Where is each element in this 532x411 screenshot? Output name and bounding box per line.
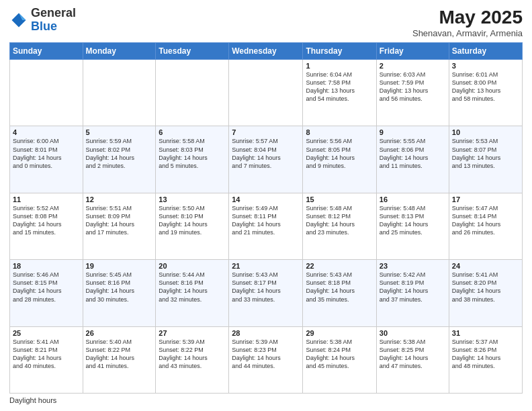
- day-number: 26: [86, 329, 153, 337]
- calendar-table: SundayMondayTuesdayWednesdayThursdayFrid…: [9, 42, 523, 394]
- calendar-cell: 5Sunrise: 5:59 AM Sunset: 8:02 PM Daylig…: [83, 126, 156, 193]
- day-info: Sunrise: 6:03 AM Sunset: 7:59 PM Dayligh…: [380, 71, 446, 103]
- day-info: Sunrise: 6:01 AM Sunset: 8:00 PM Dayligh…: [452, 71, 519, 103]
- day-number: 20: [159, 262, 226, 270]
- calendar-cell: 13Sunrise: 5:50 AM Sunset: 8:10 PM Dayli…: [156, 193, 229, 259]
- calendar-cell: 2Sunrise: 6:03 AM Sunset: 7:59 PM Daylig…: [376, 60, 449, 126]
- day-number: 9: [380, 128, 446, 136]
- day-info: Sunrise: 5:46 AM Sunset: 8:15 PM Dayligh…: [13, 271, 80, 304]
- day-info: Sunrise: 5:49 AM Sunset: 8:11 PM Dayligh…: [232, 204, 300, 237]
- day-info: Sunrise: 5:53 AM Sunset: 8:07 PM Dayligh…: [452, 137, 519, 170]
- calendar-cell: 12Sunrise: 5:51 AM Sunset: 8:09 PM Dayli…: [83, 193, 156, 259]
- day-number: 13: [159, 195, 226, 203]
- header-day-wednesday: Wednesday: [229, 43, 303, 60]
- day-number: 30: [380, 329, 446, 337]
- calendar-cell: 14Sunrise: 5:49 AM Sunset: 8:11 PM Dayli…: [229, 193, 303, 259]
- calendar-cell: [229, 60, 303, 126]
- calendar-cell: 8Sunrise: 5:56 AM Sunset: 8:05 PM Daylig…: [303, 126, 376, 193]
- day-number: 25: [13, 329, 80, 337]
- calendar-cell: 23Sunrise: 5:42 AM Sunset: 8:19 PM Dayli…: [376, 260, 449, 326]
- day-number: 6: [159, 128, 226, 136]
- calendar-week-4: 18Sunrise: 5:46 AM Sunset: 8:15 PM Dayli…: [10, 260, 523, 326]
- calendar-cell: 4Sunrise: 6:00 AM Sunset: 8:01 PM Daylig…: [10, 126, 83, 193]
- footer: Daylight hours: [9, 396, 523, 404]
- day-number: 12: [86, 195, 153, 203]
- logo-general-text: General: [31, 6, 76, 19]
- day-number: 29: [306, 329, 373, 337]
- day-info: Sunrise: 6:00 AM Sunset: 8:01 PM Dayligh…: [13, 137, 80, 170]
- calendar-cell: 22Sunrise: 5:43 AM Sunset: 8:18 PM Dayli…: [303, 260, 376, 326]
- day-info: Sunrise: 5:39 AM Sunset: 8:22 PM Dayligh…: [159, 338, 226, 371]
- calendar-cell: 20Sunrise: 5:44 AM Sunset: 8:16 PM Dayli…: [156, 260, 229, 326]
- calendar-cell: 24Sunrise: 5:41 AM Sunset: 8:20 PM Dayli…: [449, 260, 522, 326]
- day-number: 14: [232, 195, 300, 203]
- day-info: Sunrise: 5:57 AM Sunset: 8:04 PM Dayligh…: [232, 137, 300, 170]
- day-info: Sunrise: 5:38 AM Sunset: 8:24 PM Dayligh…: [306, 338, 373, 371]
- calendar-cell: 7Sunrise: 5:57 AM Sunset: 8:04 PM Daylig…: [229, 126, 303, 193]
- calendar-cell: 1Sunrise: 6:04 AM Sunset: 7:58 PM Daylig…: [303, 60, 376, 126]
- day-number: 4: [13, 128, 80, 136]
- day-number: 2: [380, 62, 446, 70]
- day-number: 17: [452, 195, 519, 203]
- day-info: Sunrise: 5:42 AM Sunset: 8:19 PM Dayligh…: [380, 271, 446, 304]
- day-info: Sunrise: 5:51 AM Sunset: 8:09 PM Dayligh…: [86, 204, 153, 237]
- calendar-cell: 25Sunrise: 5:41 AM Sunset: 8:21 PM Dayli…: [10, 326, 83, 393]
- calendar-week-3: 11Sunrise: 5:52 AM Sunset: 8:08 PM Dayli…: [10, 193, 523, 259]
- calendar-cell: 18Sunrise: 5:46 AM Sunset: 8:15 PM Dayli…: [10, 260, 83, 326]
- calendar-cell: 10Sunrise: 5:53 AM Sunset: 8:07 PM Dayli…: [449, 126, 522, 193]
- day-number: 15: [306, 195, 373, 203]
- day-number: 1: [306, 62, 373, 70]
- header-day-thursday: Thursday: [303, 43, 376, 60]
- day-info: Sunrise: 5:40 AM Sunset: 8:22 PM Dayligh…: [86, 338, 153, 371]
- day-number: 21: [232, 262, 300, 270]
- header-day-friday: Friday: [376, 43, 449, 60]
- day-info: Sunrise: 5:44 AM Sunset: 8:16 PM Dayligh…: [159, 271, 226, 304]
- day-info: Sunrise: 5:50 AM Sunset: 8:10 PM Dayligh…: [159, 204, 226, 237]
- calendar-cell: 19Sunrise: 5:45 AM Sunset: 8:16 PM Dayli…: [83, 260, 156, 326]
- day-number: 10: [452, 128, 519, 136]
- calendar-header-row: SundayMondayTuesdayWednesdayThursdayFrid…: [10, 43, 523, 60]
- day-info: Sunrise: 5:45 AM Sunset: 8:16 PM Dayligh…: [86, 271, 153, 304]
- day-number: 24: [452, 262, 519, 270]
- header-day-monday: Monday: [83, 43, 156, 60]
- calendar-cell: 30Sunrise: 5:38 AM Sunset: 8:25 PM Dayli…: [376, 326, 449, 393]
- header-day-saturday: Saturday: [449, 43, 522, 60]
- calendar-cell: 11Sunrise: 5:52 AM Sunset: 8:08 PM Dayli…: [10, 193, 83, 259]
- day-info: Sunrise: 5:47 AM Sunset: 8:14 PM Dayligh…: [452, 204, 519, 237]
- calendar-week-1: 1Sunrise: 6:04 AM Sunset: 7:58 PM Daylig…: [10, 60, 523, 126]
- day-info: Sunrise: 5:48 AM Sunset: 8:12 PM Dayligh…: [306, 204, 373, 237]
- day-number: 16: [380, 195, 446, 203]
- day-number: 28: [232, 329, 300, 337]
- header: General Blue May 2025 Shenavan, Armavir,…: [9, 7, 523, 38]
- calendar-cell: 29Sunrise: 5:38 AM Sunset: 8:24 PM Dayli…: [303, 326, 376, 393]
- day-number: 27: [159, 329, 226, 337]
- day-info: Sunrise: 5:48 AM Sunset: 8:13 PM Dayligh…: [380, 204, 446, 237]
- calendar-cell: 9Sunrise: 5:55 AM Sunset: 8:06 PM Daylig…: [376, 126, 449, 193]
- day-info: Sunrise: 6:04 AM Sunset: 7:58 PM Dayligh…: [306, 71, 373, 103]
- day-info: Sunrise: 5:59 AM Sunset: 8:02 PM Dayligh…: [86, 137, 153, 170]
- calendar-cell: 16Sunrise: 5:48 AM Sunset: 8:13 PM Dayli…: [376, 193, 449, 259]
- calendar-cell: 28Sunrise: 5:39 AM Sunset: 8:23 PM Dayli…: [229, 326, 303, 393]
- month-year: May 2025: [412, 7, 523, 28]
- day-number: 8: [306, 128, 373, 136]
- day-info: Sunrise: 5:43 AM Sunset: 8:18 PM Dayligh…: [306, 271, 373, 304]
- day-info: Sunrise: 5:41 AM Sunset: 8:21 PM Dayligh…: [13, 338, 80, 371]
- logo-icon: [9, 11, 28, 30]
- logo: General Blue: [9, 7, 76, 34]
- calendar-cell: [83, 60, 156, 126]
- day-info: Sunrise: 5:41 AM Sunset: 8:20 PM Dayligh…: [452, 271, 519, 304]
- day-number: 18: [13, 262, 80, 270]
- day-number: 19: [86, 262, 153, 270]
- calendar-week-2: 4Sunrise: 6:00 AM Sunset: 8:01 PM Daylig…: [10, 126, 523, 193]
- day-info: Sunrise: 5:56 AM Sunset: 8:05 PM Dayligh…: [306, 137, 373, 170]
- calendar-cell: 3Sunrise: 6:01 AM Sunset: 8:00 PM Daylig…: [449, 60, 522, 126]
- header-day-sunday: Sunday: [10, 43, 83, 60]
- day-info: Sunrise: 5:43 AM Sunset: 8:17 PM Dayligh…: [232, 271, 300, 304]
- calendar-cell: [156, 60, 229, 126]
- day-number: 11: [13, 195, 80, 203]
- day-info: Sunrise: 5:37 AM Sunset: 8:26 PM Dayligh…: [452, 338, 519, 371]
- calendar-cell: 17Sunrise: 5:47 AM Sunset: 8:14 PM Dayli…: [449, 193, 522, 259]
- calendar-cell: 21Sunrise: 5:43 AM Sunset: 8:17 PM Dayli…: [229, 260, 303, 326]
- calendar-cell: [10, 60, 83, 126]
- page: General Blue May 2025 Shenavan, Armavir,…: [0, 0, 532, 411]
